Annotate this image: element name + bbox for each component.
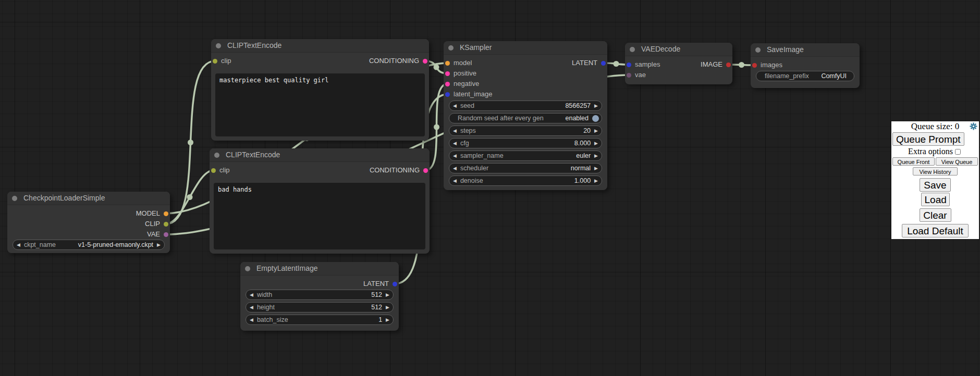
view-queue-button[interactable]: View Queue [936, 157, 978, 166]
node-title-bar[interactable]: KSampler [444, 41, 607, 55]
input-slot-vae[interactable]: vae [627, 71, 646, 79]
decrement-arrow-icon[interactable]: ◀ [449, 103, 460, 108]
seed-number-widget[interactable]: ◀ seed 8566257 ▶ [449, 101, 602, 111]
collapse-dot-icon[interactable] [630, 47, 635, 52]
extra-options-checkbox[interactable] [955, 149, 961, 155]
input-slot-latent-image[interactable]: latent_image [445, 90, 492, 98]
output-slot-image[interactable]: IMAGE [701, 60, 731, 69]
conditioning-input-dot-icon[interactable] [445, 82, 450, 86]
random-seed-toggle-widget[interactable]: Random seed after every gen enabled [449, 113, 602, 123]
steps-number-widget[interactable]: ◀ steps 20 ▶ [449, 126, 602, 136]
vae-output-dot-icon[interactable] [164, 232, 168, 237]
node-title-bar[interactable]: SaveImage [751, 43, 860, 57]
node-vae-decode[interactable]: VAEDecode samples vae IMAGE [625, 43, 732, 84]
image-input-dot-icon[interactable] [752, 63, 757, 68]
decrement-arrow-icon[interactable]: ◀ [449, 178, 460, 183]
denoise-number-widget[interactable]: ◀ denoise 1.000 ▶ [449, 176, 602, 186]
increment-arrow-icon[interactable]: ▶ [153, 242, 164, 247]
queue-prompt-button[interactable]: Queue Prompt [892, 132, 964, 146]
decrement-arrow-icon[interactable]: ◀ [449, 166, 460, 171]
scheduler-combo[interactable]: ◀ scheduler normal ▶ [449, 163, 602, 173]
increment-arrow-icon[interactable]: ▶ [591, 153, 602, 158]
negative-prompt-textarea[interactable]: bad hands [214, 183, 425, 249]
collapse-dot-icon[interactable] [216, 43, 221, 48]
collapse-dot-icon[interactable] [755, 47, 761, 53]
increment-arrow-icon[interactable]: ▶ [591, 128, 602, 133]
decrement-arrow-icon[interactable]: ◀ [246, 317, 257, 322]
latent-output-dot-icon[interactable] [393, 282, 397, 286]
height-number-widget[interactable]: ◀ height 512 ▶ [246, 302, 394, 312]
ckpt-name-combo[interactable]: ◀ ckpt_name v1-5-pruned-emaonly.ckpt ▶ [13, 240, 165, 250]
decrement-arrow-icon[interactable]: ◀ [246, 292, 257, 297]
input-slot-clip[interactable]: clip [211, 166, 230, 174]
output-slot-model[interactable]: MODEL [136, 209, 168, 218]
output-slot-latent[interactable]: LATENT [363, 280, 397, 288]
decrement-arrow-icon[interactable]: ◀ [449, 141, 460, 146]
decrement-arrow-icon[interactable]: ◀ [13, 242, 24, 247]
settings-gear-icon[interactable] [970, 122, 977, 130]
latent-input-dot-icon[interactable] [445, 92, 450, 97]
clear-button[interactable]: Clear [920, 208, 951, 222]
node-empty-latent-image[interactable]: EmptyLatentImage LATENT ◀ width 512 ▶ ◀ … [240, 262, 399, 331]
increment-arrow-icon[interactable]: ▶ [591, 166, 602, 171]
node-title-bar[interactable]: CLIPTextEncode [211, 39, 429, 53]
node-title-bar[interactable]: VAEDecode [625, 43, 732, 56]
collapse-dot-icon[interactable] [12, 196, 17, 201]
width-number-widget[interactable]: ◀ width 512 ▶ [246, 290, 394, 300]
load-button[interactable]: Load [921, 193, 950, 206]
decrement-arrow-icon[interactable]: ◀ [246, 305, 257, 310]
increment-arrow-icon[interactable]: ▶ [591, 178, 602, 183]
input-slot-model[interactable]: model [445, 59, 472, 67]
latent-output-dot-icon[interactable] [601, 61, 606, 66]
node-checkpoint-loader-simple[interactable]: CheckpointLoaderSimple MODEL CLIP VAE ◀ … [7, 192, 170, 253]
increment-arrow-icon[interactable]: ▶ [382, 305, 393, 310]
input-slot-negative[interactable]: negative [445, 80, 479, 88]
node-save-image[interactable]: SaveImage images filename_prefix ComfyUI [751, 43, 860, 88]
queue-front-button[interactable]: Queue Front [892, 157, 935, 166]
sampler-name-combo[interactable]: ◀ sampler_name euler ▶ [449, 151, 602, 161]
input-slot-images[interactable]: images [752, 61, 782, 69]
input-slot-clip[interactable]: clip [213, 57, 231, 65]
batch-size-number-widget[interactable]: ◀ batch_size 1 ▶ [246, 315, 394, 325]
conditioning-input-dot-icon[interactable] [445, 71, 450, 76]
output-slot-clip[interactable]: CLIP [145, 220, 168, 228]
increment-arrow-icon[interactable]: ▶ [382, 292, 393, 297]
vae-input-dot-icon[interactable] [627, 73, 631, 78]
collapse-dot-icon[interactable] [245, 266, 250, 271]
increment-arrow-icon[interactable]: ▶ [591, 141, 602, 146]
latent-input-dot-icon[interactable] [627, 62, 631, 67]
input-slot-samples[interactable]: samples [627, 60, 660, 69]
toggle-knob-icon[interactable] [592, 115, 599, 122]
decrement-arrow-icon[interactable]: ◀ [449, 153, 460, 158]
image-output-dot-icon[interactable] [726, 62, 731, 67]
view-history-button[interactable]: View History [913, 167, 958, 176]
collapse-dot-icon[interactable] [214, 153, 219, 158]
clip-input-dot-icon[interactable] [213, 59, 217, 64]
node-title-bar[interactable]: CheckpointLoaderSimple [7, 192, 170, 205]
node-clip-text-encode-negative[interactable]: CLIPTextEncode clip CONDITIONING bad han… [210, 148, 430, 254]
clip-output-dot-icon[interactable] [164, 222, 168, 227]
node-ksampler[interactable]: KSampler model positive negative latent_… [444, 41, 607, 190]
increment-arrow-icon[interactable]: ▶ [591, 103, 602, 108]
decrement-arrow-icon[interactable]: ◀ [449, 128, 460, 133]
output-slot-conditioning[interactable]: CONDITIONING [370, 166, 428, 174]
increment-arrow-icon[interactable]: ▶ [382, 317, 393, 322]
collapse-dot-icon[interactable] [448, 45, 454, 51]
conditioning-output-dot-icon[interactable] [423, 168, 428, 173]
model-input-dot-icon[interactable] [445, 61, 450, 66]
cfg-number-widget[interactable]: ◀ cfg 8.000 ▶ [449, 138, 602, 148]
node-title-bar[interactable]: CLIPTextEncode [210, 148, 430, 162]
input-slot-positive[interactable]: positive [445, 69, 476, 78]
node-clip-text-encode-positive[interactable]: CLIPTextEncode clip CONDITIONING masterp… [211, 39, 429, 141]
save-button[interactable]: Save [920, 178, 951, 192]
model-output-dot-icon[interactable] [164, 211, 168, 216]
output-slot-vae[interactable]: VAE [147, 230, 168, 239]
output-slot-latent[interactable]: LATENT [572, 59, 606, 67]
node-title-bar[interactable]: EmptyLatentImage [240, 262, 399, 275]
positive-prompt-textarea[interactable]: masterpiece best quality girl [215, 73, 425, 136]
clip-input-dot-icon[interactable] [211, 168, 216, 173]
node-graph-canvas[interactable]: CheckpointLoaderSimple MODEL CLIP VAE ◀ … [0, 0, 980, 376]
load-default-button[interactable]: Load Default [902, 224, 969, 237]
output-slot-conditioning[interactable]: CONDITIONING [369, 57, 427, 65]
conditioning-output-dot-icon[interactable] [423, 59, 427, 64]
